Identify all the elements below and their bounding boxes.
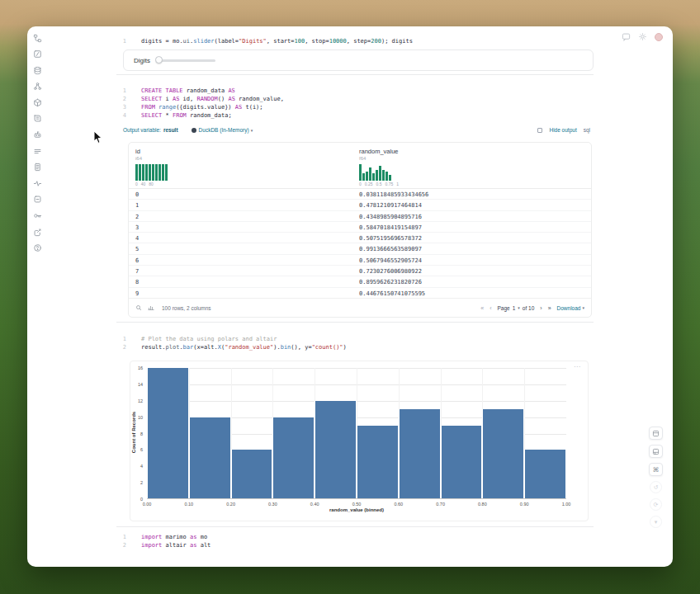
code-line[interactable]: 1digits = mo.ui.slider(label="Digits", s… xyxy=(116,37,594,45)
histogram-tick-label: 40 xyxy=(141,182,146,186)
code-text: SELECT i AS id, RANDOM() AS random_value… xyxy=(131,95,284,103)
digits-slider[interactable] xyxy=(156,57,215,64)
x-axis-line xyxy=(147,498,566,499)
page-selector[interactable]: Page 1 ▾ of 10 xyxy=(498,305,535,311)
histogram-bar xyxy=(399,409,441,499)
mini-histogram-bar xyxy=(389,175,391,181)
file-explorer-icon[interactable] xyxy=(32,33,42,43)
x-tick-label: 0.20 xyxy=(223,502,239,507)
histogram-tick-label: 80 xyxy=(149,182,154,186)
code-line[interactable]: 2import altair as alt xyxy=(116,541,594,549)
snippets-icon[interactable] xyxy=(32,146,42,156)
column-label: random_value xyxy=(359,148,399,155)
table-cell-random-value: 0.4348985904895716 xyxy=(359,214,422,220)
mini-histogram-bar xyxy=(362,173,365,181)
chevron-down-icon: ▾ xyxy=(582,305,584,310)
settings-gear-icon[interactable] xyxy=(638,32,647,41)
code-line[interactable]: 3FROM range({digits.value}) AS t(i); xyxy=(116,103,594,111)
mini-histogram-bar xyxy=(165,164,168,181)
column-header-id[interactable]: id i64 04080 xyxy=(135,148,168,186)
column-header-random-value[interactable]: random_value f64 00.250.50.751 xyxy=(359,148,399,186)
mini-histogram-bar xyxy=(135,164,138,181)
column-charts-toggle-icon[interactable] xyxy=(148,304,155,312)
outline-icon[interactable] xyxy=(32,195,42,205)
code-line[interactable]: 4SELECT * FROM random_data; xyxy=(116,111,594,120)
table-cell-random-value: 0.5075195696578372 xyxy=(359,235,422,242)
line-number: 2 xyxy=(116,95,131,103)
code-text: import marimo as mo xyxy=(131,533,207,541)
refresh-button[interactable]: ⟳ xyxy=(650,498,662,511)
mini-histogram-bar xyxy=(385,172,388,181)
code-line[interactable]: 1# Plot the data using polars and altair xyxy=(116,335,594,343)
table-row: 90.44676150741075595 xyxy=(129,288,591,299)
code-editor-plot-cell[interactable]: 1# Plot the data using polars and altair… xyxy=(116,335,594,351)
last-page-button[interactable]: » xyxy=(548,305,551,311)
toggle-panel-button[interactable] xyxy=(649,445,663,458)
table-cell-id: 1 xyxy=(135,202,139,209)
chevron-down-icon: ▾ xyxy=(251,128,253,133)
mini-histogram-bar xyxy=(149,164,151,181)
next-page-button[interactable]: › xyxy=(540,305,542,311)
ai-chat-icon[interactable] xyxy=(32,130,42,140)
help-icon[interactable] xyxy=(32,243,42,253)
chart-menu-icon[interactable]: ⋯ xyxy=(574,363,581,370)
language-badge[interactable]: sql xyxy=(584,127,590,133)
histogram-bar xyxy=(315,401,357,499)
code-line[interactable]: 2result.plot.bar(x=alt.X("random_value")… xyxy=(116,343,594,351)
table-cell-id: 3 xyxy=(135,224,139,231)
output-variable-value: result xyxy=(163,127,178,133)
first-page-button[interactable]: « xyxy=(480,305,484,311)
mini-histogram-bar xyxy=(139,164,141,181)
variables-icon[interactable] xyxy=(32,50,42,59)
download-button[interactable]: Download ▾ xyxy=(557,305,584,311)
x-tick-label: 0.90 xyxy=(516,502,532,507)
packages-icon[interactable] xyxy=(32,97,42,107)
engine-selector[interactable]: DuckDB (In-Memory) ▾ xyxy=(199,127,253,133)
prev-page-button[interactable]: ‹ xyxy=(490,305,491,311)
column-label: id xyxy=(135,148,168,155)
logs-icon[interactable] xyxy=(32,163,42,172)
toggle-app-view-button[interactable] xyxy=(649,427,663,440)
mini-histogram-bar xyxy=(142,164,144,181)
row-count-summary: 100 rows, 2 columns xyxy=(162,305,211,311)
datasources-icon[interactable] xyxy=(32,65,42,75)
histogram-tick-label: 0.75 xyxy=(385,182,393,186)
feedback-icon[interactable] xyxy=(622,32,631,41)
code-line[interactable]: 2SELECT i AS id, RANDOM() AS random_valu… xyxy=(116,95,594,103)
dependency-graph-icon[interactable] xyxy=(32,82,42,92)
mini-histogram-bar xyxy=(145,164,148,181)
code-editor-imports-cell[interactable]: 1import marimo as mo2import altair as al… xyxy=(116,533,594,549)
code-editor-slider-cell[interactable]: 1digits = mo.ui.slider(label="Digits", s… xyxy=(116,37,594,45)
scroll-down-button[interactable]: ▾ xyxy=(650,516,662,528)
x-tick-label: 0.40 xyxy=(306,502,323,507)
command-palette-button[interactable]: ⌘ xyxy=(649,463,663,476)
hide-output-checkbox[interactable] xyxy=(537,128,542,133)
code-editor-sql-cell[interactable]: 1CREATE TABLE random_data AS2SELECT i AS… xyxy=(116,87,594,120)
code-text: digits = mo.ui.slider(label="Digits", st… xyxy=(131,37,413,45)
table-cell-id: 9 xyxy=(135,290,139,297)
traces-icon[interactable] xyxy=(32,178,42,188)
code-line[interactable]: 1CREATE TABLE random_data AS xyxy=(116,87,594,95)
line-number: 4 xyxy=(116,111,131,120)
x-tick-label: 0.50 xyxy=(348,502,365,507)
undo-button[interactable]: ↺ xyxy=(650,481,662,493)
share-icon[interactable] xyxy=(32,227,42,237)
slider-thumb[interactable] xyxy=(155,56,163,64)
page-total: of 10 xyxy=(523,305,534,311)
code-text: SELECT * FROM random_data; xyxy=(131,111,232,120)
search-icon[interactable] xyxy=(135,304,143,312)
documentation-icon[interactable] xyxy=(32,114,42,124)
connection-status-icon[interactable] xyxy=(655,33,663,41)
y-tick-label: 8 xyxy=(140,431,143,436)
y-tick-label: 10 xyxy=(138,415,143,420)
secrets-icon[interactable] xyxy=(32,211,42,221)
table-row: 70.7230276006980922 xyxy=(129,266,591,276)
slider-track[interactable] xyxy=(156,59,215,62)
cell-divider xyxy=(116,74,594,75)
code-line[interactable]: 1import marimo as mo xyxy=(116,533,594,541)
hide-output-label[interactable]: Hide output xyxy=(549,127,576,133)
code-text: result.plot.bar(x=alt.X("random_value").… xyxy=(131,343,347,351)
column-dtype: f64 xyxy=(359,156,399,161)
marimo-notebook-window: 1digits = mo.ui.slider(label="Digits", s… xyxy=(27,26,673,567)
table-cell-random-value: 0.4781210917464814 xyxy=(359,202,422,209)
